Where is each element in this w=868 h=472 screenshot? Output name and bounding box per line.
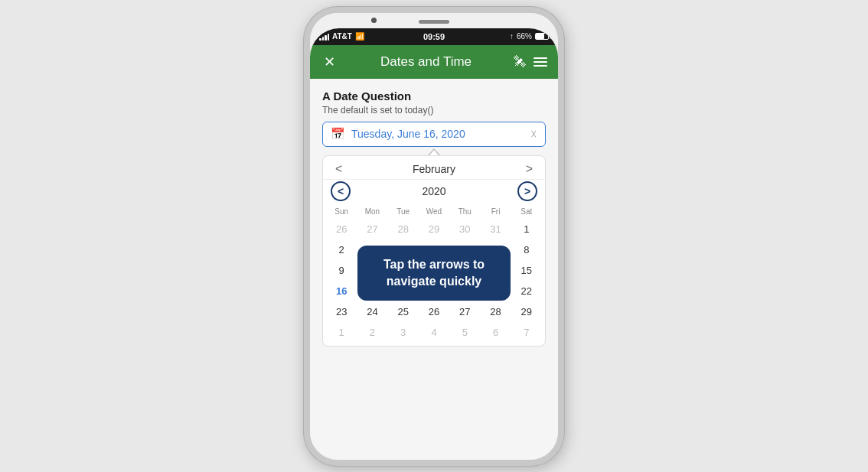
cal-cell[interactable]: 2	[326, 239, 357, 260]
phone-frame: AT&T 📶 09:59 ↑ 66% ✕ Dates and Time 🛰	[304, 7, 564, 466]
cal-cell[interactable]: 29	[419, 219, 449, 239]
phone-screen: AT&T 📶 09:59 ↑ 66% ✕ Dates and Time 🛰	[310, 28, 558, 460]
cal-grid: 26 27 28 29 30 31 1 2 3 4 5 6 7	[323, 219, 545, 346]
cal-month-label: February	[347, 163, 520, 175]
wifi-icon: 📶	[355, 32, 364, 41]
cal-cell[interactable]: 1	[511, 219, 542, 239]
day-name-sun: Sun	[326, 206, 357, 217]
signal-bars	[319, 33, 329, 41]
cal-cell[interactable]: 5	[449, 322, 480, 343]
cal-cell[interactable]: 8	[511, 239, 542, 260]
prev-month-button[interactable]: <	[331, 161, 347, 177]
cal-cell[interactable]: 28	[388, 219, 419, 239]
cal-cell[interactable]: 26	[326, 219, 357, 239]
cal-cell[interactable]: 27	[357, 219, 387, 239]
cal-cell[interactable]: 28	[480, 301, 511, 322]
status-right: ↑ 66%	[510, 32, 549, 41]
cal-cell[interactable]: 29	[511, 301, 542, 322]
cal-cell[interactable]: 2	[357, 322, 387, 343]
next-year-button[interactable]: >	[517, 181, 537, 201]
header-icons: 🛰	[514, 55, 547, 69]
tooltip-line2: navigate quickly	[387, 275, 482, 288]
hamburger-line	[534, 57, 547, 59]
next-month-button[interactable]: >	[521, 161, 537, 177]
question-label: A Date Question	[322, 90, 546, 103]
cal-cell[interactable]: 9	[326, 260, 357, 281]
date-input-row[interactable]: 📅 Tuesday, June 16, 2020 ☓	[322, 122, 546, 147]
cal-cell[interactable]: 16	[326, 281, 357, 301]
calendar-pointer	[322, 148, 546, 155]
day-name-wed: Wed	[419, 206, 449, 217]
day-name-thu: Thu	[449, 206, 480, 217]
calendar: < February > < 2020 > Sun Mon Tue	[322, 155, 546, 347]
calendar-icon: 📅	[331, 127, 345, 141]
cal-cell[interactable]: 31	[480, 219, 511, 239]
day-name-tue: Tue	[388, 206, 419, 217]
close-button[interactable]: ✕	[321, 52, 338, 72]
cal-cell[interactable]: 15	[511, 260, 542, 281]
cal-cell[interactable]: 22	[511, 281, 542, 301]
carrier-text: AT&T	[332, 32, 352, 41]
signal-bar-3	[325, 35, 327, 41]
cal-cell[interactable]: 1	[326, 322, 357, 343]
prev-year-button[interactable]: <	[331, 181, 351, 201]
tooltip-overlay: Tap the arrows to navigate quickly	[357, 246, 511, 301]
front-camera	[371, 18, 377, 23]
satellite-icon[interactable]: 🛰	[514, 55, 526, 69]
cal-days-header: Sun Mon Tue Wed Thu Fri Sat	[323, 204, 545, 219]
question-sub: The default is set to today()	[322, 105, 546, 116]
battery-fill	[536, 34, 544, 39]
cal-cell[interactable]: 24	[357, 301, 387, 322]
tooltip-line1: Tap the arrows to	[383, 258, 485, 271]
signal-bar-1	[319, 38, 321, 41]
selected-date: Tuesday, June 16, 2020	[351, 128, 530, 140]
cal-month-header: < February >	[323, 156, 545, 180]
cal-cell[interactable]: 6	[480, 322, 511, 343]
phone-top-bar	[310, 13, 558, 28]
signal-bar-2	[322, 37, 325, 41]
clear-date-button[interactable]: ☓	[530, 127, 537, 142]
location-icon: ↑	[510, 32, 514, 41]
battery-percent: 66%	[517, 32, 532, 41]
day-name-fri: Fri	[480, 206, 511, 217]
cal-cell[interactable]: 23	[326, 301, 357, 322]
status-left: AT&T 📶	[319, 32, 364, 41]
status-bar: AT&T 📶 09:59 ↑ 66%	[310, 28, 558, 45]
battery-icon	[535, 33, 549, 40]
header-title: Dates and Time	[380, 54, 472, 70]
app-header: ✕ Dates and Time 🛰	[310, 45, 558, 79]
cal-cell[interactable]: 27	[449, 301, 480, 322]
hamburger-line	[534, 61, 547, 63]
cal-cell[interactable]: 7	[511, 322, 542, 343]
content-area: A Date Question The default is set to to…	[310, 79, 558, 460]
cal-cell[interactable]: 30	[449, 219, 480, 239]
cal-year-label: 2020	[351, 185, 517, 197]
cal-year-row: < 2020 >	[323, 180, 545, 204]
triangle-outer	[428, 148, 440, 155]
signal-bar-4	[328, 34, 330, 41]
calendar-wrapper: < February > < 2020 > Sun Mon Tue	[322, 148, 546, 347]
status-time: 09:59	[423, 32, 445, 41]
day-name-sat: Sat	[511, 206, 542, 217]
day-name-mon: Mon	[357, 206, 387, 217]
cal-cell[interactable]: 3	[388, 322, 419, 343]
cal-cell[interactable]: 4	[419, 322, 449, 343]
hamburger-line	[534, 65, 547, 67]
cal-cell[interactable]: 26	[419, 301, 449, 322]
menu-button[interactable]	[534, 57, 547, 67]
cal-cell[interactable]: 25	[388, 301, 419, 322]
phone-speaker	[419, 20, 449, 24]
